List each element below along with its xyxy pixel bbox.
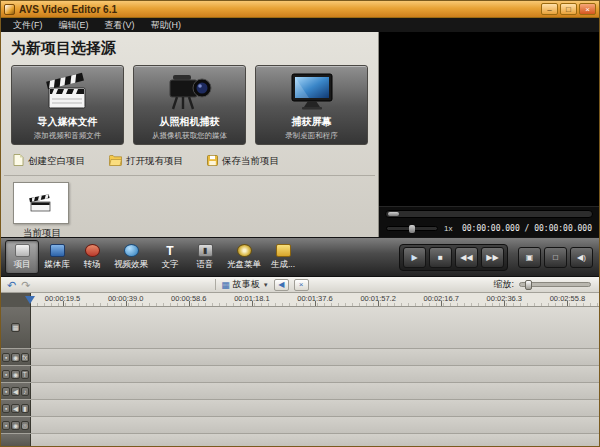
text-track: ▪ ◉ T bbox=[1, 366, 599, 383]
project-actions: 创建空白项目 打开现有项目 保存当前项目 bbox=[1, 145, 378, 175]
action-label: 创建空白项目 bbox=[28, 155, 85, 168]
lock-icon[interactable]: ▪ bbox=[2, 404, 10, 413]
video-track: ▦ bbox=[1, 307, 599, 349]
fullscreen-button[interactable]: □ bbox=[544, 247, 567, 268]
produce-icon bbox=[276, 244, 291, 257]
play-button[interactable]: ▶ bbox=[403, 247, 426, 268]
speaker-icon[interactable]: ◀ bbox=[11, 387, 19, 396]
video-track-lane[interactable] bbox=[31, 307, 599, 348]
speed-slider[interactable] bbox=[386, 226, 438, 231]
media-library-icon bbox=[50, 244, 65, 257]
menu-view[interactable]: 查看(V) bbox=[97, 19, 143, 32]
timeline-ruler[interactable]: 00:00:19.5 00:00:39.0 00:00:58.6 00:01:1… bbox=[31, 293, 599, 307]
tab-produce[interactable]: 生成... bbox=[266, 240, 300, 274]
seek-slider-thumb[interactable] bbox=[388, 212, 399, 216]
speed-slider-thumb[interactable] bbox=[409, 225, 415, 233]
ruler-tick: 00:01:57.2 bbox=[347, 293, 410, 306]
menu-file[interactable]: 文件(F) bbox=[5, 19, 51, 32]
tab-text[interactable]: T 文字 bbox=[153, 240, 187, 274]
import-media-button[interactable]: 导入媒体文件 添加视频和音频文件 bbox=[11, 65, 124, 145]
save-icon bbox=[207, 155, 218, 168]
video-track-header[interactable]: ▦ bbox=[1, 307, 31, 348]
open-project-link[interactable]: 打开现有项目 bbox=[109, 155, 183, 168]
source-desc: 从摄像机获取您的媒体 bbox=[152, 131, 227, 141]
menu-help[interactable]: 帮助(H) bbox=[143, 19, 190, 32]
volume-button[interactable]: ◀) bbox=[570, 247, 593, 268]
eye-icon[interactable]: ◉ bbox=[11, 421, 19, 430]
capture-camera-button[interactable]: 从照相机捕获 从摄像机获取您的媒体 bbox=[133, 65, 246, 145]
voice-track-header[interactable]: ▪ ◀ ▮ bbox=[1, 400, 31, 416]
lock-icon[interactable]: ▪ bbox=[2, 353, 10, 362]
speaker-icon[interactable]: ◀ bbox=[11, 404, 19, 413]
timecode-display: 00:00:00.000 / 00:00:00.000 bbox=[462, 224, 592, 233]
snapshot-button[interactable]: ▣ bbox=[518, 247, 541, 268]
eye-icon[interactable]: ◉ bbox=[11, 370, 19, 379]
titlebar[interactable]: AVS Video Editor 6.1 – □ × bbox=[1, 1, 599, 18]
menu-track-header[interactable]: ▪ ◉ ◎ bbox=[1, 417, 31, 433]
close-button[interactable]: × bbox=[579, 3, 596, 15]
stop-button[interactable]: ■ bbox=[429, 247, 452, 268]
tab-project[interactable]: 项目 bbox=[5, 240, 39, 274]
tab-label: 项目 bbox=[14, 259, 31, 271]
tab-video-effects[interactable]: 视频效果 bbox=[110, 240, 152, 274]
redo-button[interactable]: ↷ bbox=[21, 279, 30, 291]
menu-track-lane[interactable] bbox=[31, 417, 599, 433]
text-track-lane[interactable] bbox=[31, 366, 599, 382]
storyboard-icon: ▦ bbox=[221, 280, 230, 290]
lock-icon[interactable]: ▪ bbox=[2, 421, 10, 430]
tab-voice[interactable]: ▮ 语音 bbox=[188, 240, 222, 274]
capture-screen-button[interactable]: 捕获屏幕 录制桌面和程序 bbox=[255, 65, 368, 145]
forward-button[interactable]: ▶▶ bbox=[481, 247, 504, 268]
chevron-down-icon: ▼ bbox=[263, 282, 269, 288]
effects-track-lane[interactable] bbox=[31, 349, 599, 365]
app-icon bbox=[4, 4, 15, 15]
audio-track: ▪ ◀ ♪ bbox=[1, 383, 599, 400]
rewind-button[interactable]: ◀◀ bbox=[455, 247, 478, 268]
timeline-mute-button[interactable]: ◀ bbox=[274, 279, 289, 291]
undo-button[interactable]: ↶ bbox=[7, 279, 16, 291]
eye-icon[interactable]: ◉ bbox=[11, 353, 19, 362]
source-desc: 添加视频和音频文件 bbox=[34, 131, 102, 141]
maximize-button[interactable]: □ bbox=[560, 3, 577, 15]
seek-slider[interactable] bbox=[385, 210, 593, 218]
video-effects-icon bbox=[124, 244, 139, 257]
transport-controls: ▶ ■ ◀◀ ▶▶ bbox=[399, 244, 508, 271]
current-project-thumbnail[interactable] bbox=[13, 182, 69, 224]
playhead-marker[interactable] bbox=[25, 296, 35, 304]
window-title: AVS Video Editor 6.1 bbox=[19, 4, 539, 15]
lock-icon[interactable]: ▪ bbox=[2, 370, 10, 379]
monitor-icon bbox=[289, 70, 335, 114]
disc-icon: ◎ bbox=[21, 421, 29, 430]
timeline-gutter-header bbox=[1, 293, 31, 307]
menu-edit[interactable]: 编辑(E) bbox=[51, 19, 97, 32]
storyboard-toggle[interactable]: ▦ 故事板 ▼ bbox=[221, 278, 268, 291]
app-window: AVS Video Editor 6.1 – □ × 文件(F) 编辑(E) 查… bbox=[0, 0, 600, 447]
microphone-icon: ▮ bbox=[198, 244, 213, 257]
save-project-link[interactable]: 保存当前项目 bbox=[207, 155, 279, 168]
tab-label: 转场 bbox=[84, 259, 101, 271]
tab-disc-menu[interactable]: 光盘菜单 bbox=[223, 240, 265, 274]
minimize-button[interactable]: – bbox=[541, 3, 558, 15]
voice-track-lane[interactable] bbox=[31, 400, 599, 416]
tab-label: 光盘菜单 bbox=[227, 259, 261, 271]
zoom-slider-thumb[interactable] bbox=[525, 280, 532, 290]
lock-icon[interactable]: ▪ bbox=[2, 387, 10, 396]
text-track-header[interactable]: ▪ ◉ T bbox=[1, 366, 31, 382]
tab-media-library[interactable]: 媒体库 bbox=[40, 240, 74, 274]
timeline-delete-button[interactable]: × bbox=[294, 279, 309, 291]
source-label: 从照相机捕获 bbox=[160, 115, 220, 129]
preview-controls: 1x 00:00:00.000 / 00:00:00.000 bbox=[379, 220, 599, 237]
create-blank-project-link[interactable]: 创建空白项目 bbox=[13, 154, 85, 168]
tab-label: 文字 bbox=[162, 259, 179, 271]
open-folder-icon bbox=[109, 155, 122, 168]
audio-track-header[interactable]: ▪ ◀ ♪ bbox=[1, 383, 31, 399]
ruler-tick: 00:02:55.8 bbox=[536, 293, 599, 306]
effects-track-header[interactable]: ▪ ◉ fx bbox=[1, 349, 31, 365]
audio-track-lane[interactable] bbox=[31, 383, 599, 399]
menubar: 文件(F) 编辑(E) 查看(V) 帮助(H) bbox=[1, 18, 599, 32]
timeline-ruler-row: 00:00:19.5 00:00:39.0 00:00:58.6 00:01:1… bbox=[1, 293, 599, 307]
start-panel: 为新项目选择源 bbox=[1, 32, 379, 237]
ruler-tick: 00:01:18.1 bbox=[220, 293, 283, 306]
tab-transitions[interactable]: 转场 bbox=[75, 240, 109, 274]
zoom-slider[interactable] bbox=[519, 282, 591, 287]
